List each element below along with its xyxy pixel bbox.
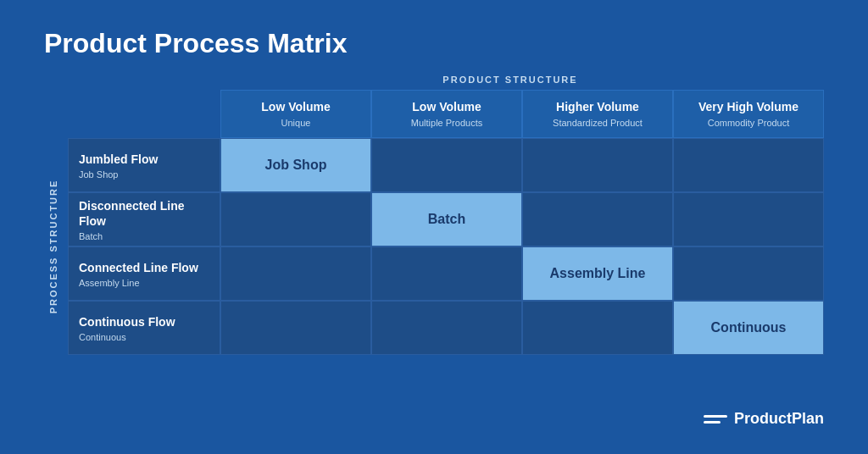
data-cell-1-3: [673, 192, 824, 246]
main-container: Product Process Matrix PRODUCT STRUCTURE…: [19, 11, 849, 443]
data-cell-3-1: [371, 301, 522, 355]
row-header-0: Jumbled FlowJob Shop: [68, 138, 220, 192]
matrix-area: PROCESS STRUCTURE Low VolumeUniqueLow Vo…: [44, 90, 824, 355]
page-title: Product Process Matrix: [44, 28, 824, 59]
highlighted-cell-2: Assembly Line: [522, 246, 673, 301]
process-label-wrapper: PROCESS STRUCTURE: [44, 137, 63, 355]
highlighted-cell-1: Batch: [371, 192, 522, 246]
data-cell-0-1: [371, 138, 522, 192]
data-cell-0-3: [673, 138, 824, 192]
process-structure-label: PROCESS STRUCTURE: [48, 179, 58, 313]
row-header-3: Continuous FlowContinuous: [68, 301, 220, 355]
header-row: Low VolumeUniqueLow VolumeMultiple Produ…: [220, 90, 824, 138]
row-header-2: Connected Line FlowAssembly Line: [68, 246, 220, 301]
data-cell-1-0: [220, 192, 371, 246]
highlighted-cell-3: Continuous: [673, 301, 824, 355]
table-row: Connected Line FlowAssembly LineAssembly…: [68, 246, 824, 301]
logo-text: ProductPlan: [734, 410, 824, 428]
data-cell-2-1: [371, 246, 522, 301]
matrix-table-wrapper: Low VolumeUniqueLow VolumeMultiple Produ…: [68, 90, 824, 355]
productplan-icon: [704, 411, 727, 428]
data-rows: Jumbled FlowJob ShopJob ShopDisconnected…: [68, 138, 824, 355]
data-cell-3-0: [220, 301, 371, 355]
table-row: Continuous FlowContinuousContinuous: [68, 301, 824, 355]
header-cell-0: Low VolumeUnique: [220, 90, 371, 138]
highlighted-cell-0: Job Shop: [220, 138, 371, 192]
matrix-wrapper: PRODUCT STRUCTURE PROCESS STRUCTURE Low …: [44, 75, 824, 355]
data-cell-0-2: [522, 138, 673, 192]
logo-area: ProductPlan: [704, 410, 824, 428]
table-row: Disconnected Line FlowBatchBatch: [68, 192, 824, 246]
row-header-1: Disconnected Line FlowBatch: [68, 192, 220, 246]
data-cell-2-3: [673, 246, 824, 301]
header-cell-1: Low VolumeMultiple Products: [371, 90, 522, 138]
data-cell-1-2: [522, 192, 673, 246]
data-cell-3-2: [522, 301, 673, 355]
product-structure-label: PRODUCT STRUCTURE: [44, 75, 824, 85]
table-row: Jumbled FlowJob ShopJob Shop: [68, 138, 824, 192]
data-cell-2-0: [220, 246, 371, 301]
header-cell-3: Very High VolumeCommodity Product: [673, 90, 824, 138]
header-cell-2: Higher VolumeStandardized Product: [522, 90, 673, 138]
